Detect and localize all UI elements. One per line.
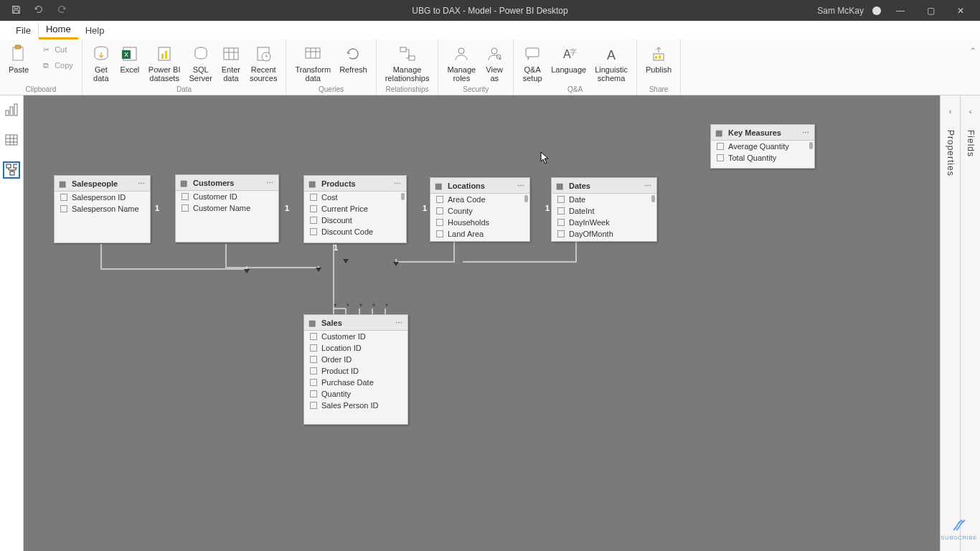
table-dates[interactable]: ▦Dates⋯ Date DateInt DayInWeek DayOfMont… — [551, 177, 657, 242]
qa-setup-button[interactable]: Q&Asetup — [518, 42, 547, 84]
svg-rect-41 — [6, 164, 11, 168]
field-row[interactable]: Location ID — [304, 342, 407, 354]
field-row[interactable]: Discount — [304, 215, 406, 226]
field-row[interactable]: Quantity — [304, 388, 407, 400]
field-row[interactable]: Order ID — [304, 354, 407, 365]
chevron-left-icon[interactable]: ‹ — [969, 107, 972, 116]
transform-data-button[interactable]: Transformdata — [291, 42, 335, 84]
enter-data-button[interactable]: Enterdata — [217, 42, 245, 84]
table-customers[interactable]: ▦Customers⋯ Customer ID Customer Name — [175, 174, 279, 242]
svg-rect-0 — [13, 47, 23, 60]
field-row[interactable]: Land Area — [430, 228, 529, 240]
field-row[interactable]: Current Price — [304, 203, 406, 215]
recent-sources-button[interactable]: Recentsources — [245, 42, 282, 84]
menu-help[interactable]: Help — [78, 22, 112, 39]
properties-pane[interactable]: ‹ Properties — [940, 95, 960, 551]
field-row[interactable]: Salesperson Name — [55, 203, 150, 215]
more-icon[interactable]: ⋯ — [395, 319, 403, 326]
more-icon[interactable]: ⋯ — [644, 182, 652, 189]
more-icon[interactable]: ⋯ — [138, 179, 146, 187]
user-name[interactable]: Sam McKay — [817, 6, 864, 16]
svg-text:1: 1 — [285, 204, 289, 212]
field-row[interactable]: Total Quantity — [711, 152, 814, 164]
model-view-button[interactable] — [3, 161, 20, 179]
more-icon[interactable]: ⋯ — [802, 128, 810, 136]
svg-rect-6 — [159, 47, 170, 60]
scrollbar-thumb[interactable] — [401, 193, 405, 200]
field-row[interactable]: Customer Name — [176, 202, 278, 214]
avatar[interactable] — [872, 6, 881, 15]
refresh-button[interactable]: Refresh — [335, 42, 372, 75]
publish-button[interactable]: Publish — [641, 42, 676, 75]
excel-button[interactable]: XExcel — [116, 42, 144, 75]
pbi-datasets-button[interactable]: Power BIdatasets — [144, 42, 185, 84]
svg-text:1: 1 — [334, 243, 338, 252]
view-as-button[interactable]: Viewas — [480, 42, 509, 84]
more-icon[interactable]: ⋯ — [394, 179, 402, 187]
view-switcher — [0, 95, 24, 551]
redo-icon[interactable] — [57, 4, 67, 17]
svg-rect-33 — [6, 110, 9, 116]
field-row[interactable]: Area Code — [430, 194, 529, 205]
field-row[interactable]: DayInWeek — [552, 217, 656, 228]
scrollbar-thumb[interactable] — [524, 195, 528, 202]
field-row[interactable]: DayOfMonth — [552, 228, 656, 240]
sql-server-button[interactable]: SQLServer — [184, 42, 216, 84]
field-row[interactable]: County — [430, 205, 529, 217]
menu-home[interactable]: Home — [39, 21, 78, 39]
maximize-button[interactable]: ▢ — [920, 6, 941, 16]
save-icon[interactable] — [11, 5, 21, 17]
table-key-measures[interactable]: ▦Key Measures⋯ Average Quantity Total Qu… — [710, 124, 815, 169]
ribbon-group-share-label: Share — [637, 85, 680, 95]
field-row[interactable]: Purchase Date — [304, 377, 407, 388]
paste-button[interactable]: Paste — [4, 42, 33, 75]
data-view-button[interactable] — [3, 131, 20, 149]
field-row[interactable]: Average Quantity — [711, 141, 814, 152]
field-row[interactable]: Product ID — [304, 365, 407, 377]
field-row[interactable]: Salesperson ID — [55, 192, 150, 203]
ribbon-group-rel-label: Relationships — [377, 85, 438, 95]
chevron-left-icon[interactable]: ‹ — [949, 107, 952, 116]
field-row[interactable]: Discount Code — [304, 226, 406, 237]
field-row[interactable]: Cost — [304, 192, 406, 203]
close-button[interactable]: ✕ — [950, 6, 971, 16]
table-products[interactable]: ▦Products⋯ Cost Current Price Discount D… — [303, 175, 407, 243]
field-row[interactable]: Date — [552, 194, 656, 205]
relationships-icon — [397, 44, 418, 64]
publish-icon — [649, 44, 669, 64]
menu-file[interactable]: File — [9, 22, 39, 39]
model-canvas[interactable]: 1 1 1 1 1 * * * * * ▦Salespeople⋯ Salesp… — [24, 95, 940, 551]
more-icon[interactable]: ⋯ — [266, 179, 274, 187]
table-sales[interactable]: ▦Sales⋯ Customer ID Location ID Order ID… — [303, 314, 408, 425]
table-salespeople[interactable]: ▦Salespeople⋯ Salesperson ID Salesperson… — [54, 175, 151, 243]
language-button[interactable]: A字Language — [547, 42, 590, 75]
svg-text:*: * — [385, 303, 388, 311]
field-row[interactable]: Sales Person ID — [304, 400, 407, 411]
scrollbar-thumb[interactable] — [651, 195, 655, 202]
field-row[interactable]: Customer ID — [304, 331, 407, 342]
table-locations[interactable]: ▦Locations⋯ Area Code County Households … — [430, 177, 530, 242]
cut-icon: ✂ — [40, 44, 52, 55]
field-row[interactable]: DateInt — [552, 205, 656, 217]
menubar: File Home Help — [0, 21, 980, 39]
field-row[interactable]: Households — [430, 217, 529, 228]
scrollbar-thumb[interactable] — [809, 142, 813, 149]
manage-relationships-button[interactable]: Managerelationships — [381, 42, 434, 84]
minimize-button[interactable]: — — [890, 6, 911, 16]
table-icon: ▦ — [308, 319, 317, 327]
undo-icon[interactable] — [34, 4, 44, 17]
linguistic-schema-button[interactable]: ALinguisticschema — [590, 42, 632, 84]
svg-marker-51 — [393, 262, 399, 266]
svg-text:1: 1 — [545, 204, 550, 212]
fields-pane[interactable]: ‹ Fields — [960, 95, 980, 551]
more-icon[interactable]: ⋯ — [517, 182, 525, 189]
manage-roles-button[interactable]: Manageroles — [443, 42, 480, 84]
ribbon: Paste ✂ Cut ⧉ Copy Clipboard Getdata XEx… — [0, 39, 980, 95]
report-view-button[interactable] — [3, 101, 20, 118]
language-icon: A字 — [559, 44, 579, 64]
field-row[interactable]: Customer ID — [176, 191, 278, 202]
svg-text:X: X — [124, 51, 128, 58]
ribbon-collapse-icon[interactable]: ⌃ — [970, 47, 976, 55]
svg-marker-45 — [244, 269, 250, 273]
get-data-button[interactable]: Getdata — [87, 42, 116, 84]
